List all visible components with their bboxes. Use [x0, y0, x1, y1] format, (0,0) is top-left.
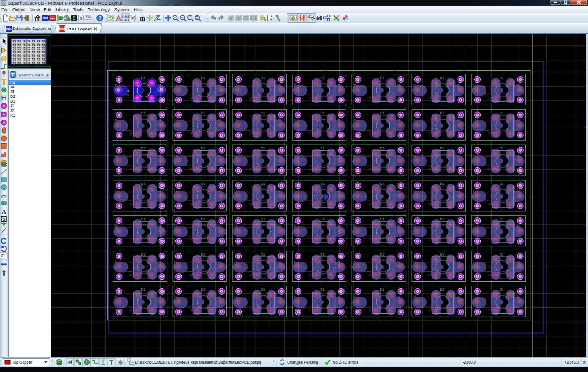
- svg-text:isis: isis: [43, 17, 48, 20]
- svg-text:A: A: [2, 208, 6, 215]
- svg-text:E:\elektro\LEMENTETT\proteus k: E:\elektro\LEMENTETT\proteus kapcs\lakás…: [135, 360, 261, 365]
- svg-text:m: m: [140, 15, 145, 22]
- svg-text:$: $: [80, 16, 82, 21]
- svg-text:?: ?: [98, 16, 101, 21]
- svg-text:th: th: [583, 360, 586, 365]
- svg-text:No DRC errors: No DRC errors: [333, 360, 358, 365]
- svg-text:ISIS: ISIS: [6, 28, 12, 31]
- svg-text:0°: 0°: [1, 253, 5, 258]
- svg-text:Top Copper: Top Copper: [12, 360, 32, 365]
- svg-text:-2300.0: -2300.0: [463, 360, 476, 365]
- svg-text:0:50m: 0:50m: [86, 15, 92, 17]
- svg-text:Changes Pending: Changes Pending: [287, 360, 318, 365]
- svg-text:ares: ares: [50, 17, 56, 20]
- svg-text:S: S: [2, 217, 5, 222]
- svg-text:ARES: ARES: [59, 28, 65, 30]
- svg-text:+2345.0: +2345.0: [565, 360, 579, 365]
